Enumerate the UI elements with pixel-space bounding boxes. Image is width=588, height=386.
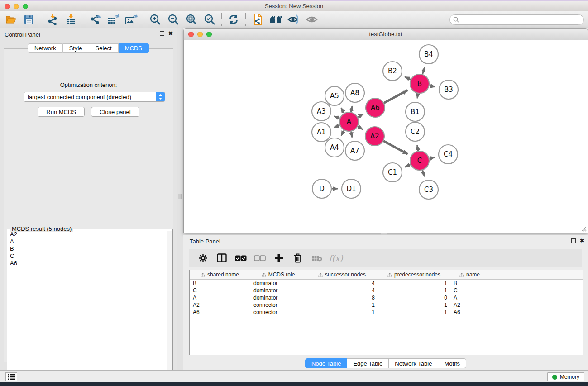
node-a1[interactable]: A1 bbox=[312, 123, 331, 142]
edge-a-to-a2[interactable] bbox=[358, 127, 363, 130]
edge-a-to-a8[interactable] bbox=[351, 106, 352, 112]
select-all-button[interactable] bbox=[234, 252, 247, 264]
node-a[interactable]: A bbox=[339, 112, 359, 131]
node-b2[interactable]: B2 bbox=[383, 62, 402, 81]
node-b3[interactable]: B3 bbox=[439, 80, 458, 99]
node-b1[interactable]: B1 bbox=[406, 102, 425, 121]
tab-style[interactable]: Style bbox=[63, 43, 89, 53]
tab-motifs[interactable]: Motifs bbox=[438, 358, 466, 368]
tab-network[interactable]: Network bbox=[28, 43, 63, 53]
refresh-button[interactable] bbox=[225, 12, 243, 27]
tab-network-table[interactable]: Network Table bbox=[389, 358, 438, 368]
edge-a6-to-b[interactable] bbox=[384, 90, 407, 103]
show-columns-button[interactable] bbox=[215, 252, 228, 264]
edge-b-to-b4[interactable] bbox=[422, 67, 425, 74]
tab-edge-table[interactable]: Edge Table bbox=[347, 358, 389, 368]
table-row[interactable]: Cdominator41C bbox=[190, 287, 583, 294]
houses-button[interactable] bbox=[267, 12, 285, 27]
table-row[interactable]: Adominator80A bbox=[190, 294, 583, 301]
search-input[interactable] bbox=[461, 17, 583, 23]
column-header-predecessor-nodes[interactable]: predecessor nodes bbox=[378, 270, 450, 279]
import-network-button[interactable] bbox=[44, 12, 62, 27]
node-a2[interactable]: A2 bbox=[365, 127, 384, 146]
edge-a-to-a5[interactable] bbox=[341, 108, 344, 113]
node-c4[interactable]: C4 bbox=[439, 145, 458, 164]
network-window-titlebar[interactable]: testGlobe.txt bbox=[183, 28, 588, 40]
save-session-button[interactable] bbox=[20, 12, 38, 27]
column-header-shared-name[interactable]: shared name bbox=[190, 270, 250, 279]
edge-a-to-a1[interactable] bbox=[334, 125, 339, 128]
mcds-result-list[interactable]: A2ABCA6 bbox=[8, 231, 167, 379]
close-table-panel-icon[interactable]: ✖ bbox=[580, 238, 584, 243]
edge-a-to-a6[interactable] bbox=[358, 114, 363, 117]
table-row[interactable]: Bdominator41B bbox=[190, 280, 583, 287]
column-header-name[interactable]: name bbox=[450, 270, 489, 279]
float-table-panel-icon[interactable] bbox=[571, 238, 576, 243]
edge-b-to-b2[interactable] bbox=[405, 77, 411, 80]
tab-mcds[interactable]: MCDS bbox=[119, 43, 149, 53]
zoom-fit-button[interactable] bbox=[182, 12, 201, 27]
node-c1[interactable]: C1 bbox=[383, 163, 402, 182]
network-canvas[interactable]: B4B2BB3A8A5A6A3B1AA1C2A2A4A7C4CC1DD1C3 bbox=[183, 40, 588, 233]
edge-b-to-b1[interactable] bbox=[417, 94, 418, 99]
run-mcds-button[interactable]: Run MCDS bbox=[38, 107, 85, 117]
node-b[interactable]: B bbox=[410, 74, 429, 93]
vertical-splitter[interactable] bbox=[177, 28, 183, 370]
add-column-button[interactable] bbox=[272, 252, 285, 264]
result-item-a2[interactable]: A2 bbox=[8, 231, 167, 238]
zoom-out-button[interactable] bbox=[164, 12, 182, 27]
node-a7[interactable]: A7 bbox=[345, 141, 364, 160]
edge-a-to-a7[interactable] bbox=[351, 132, 352, 138]
resize-grip-icon[interactable] bbox=[580, 225, 587, 232]
edge-c-to-c2[interactable] bbox=[417, 145, 418, 151]
result-item-a6[interactable]: A6 bbox=[8, 260, 167, 267]
task-history-button[interactable] bbox=[5, 372, 17, 381]
search-box[interactable] bbox=[449, 14, 584, 25]
show-eye-button[interactable] bbox=[303, 12, 321, 27]
node-d[interactable]: D bbox=[312, 179, 331, 198]
edge-b-to-b3[interactable] bbox=[430, 86, 435, 87]
edge-c-to-c4[interactable] bbox=[429, 157, 435, 159]
table-row[interactable]: A6connector11A6 bbox=[190, 309, 583, 316]
node-a8[interactable]: A8 bbox=[345, 83, 364, 102]
splitter-handle[interactable] bbox=[178, 194, 182, 199]
export-table-button[interactable] bbox=[104, 12, 122, 27]
table-row[interactable]: A2connector11A2 bbox=[190, 301, 583, 309]
node-a3[interactable]: A3 bbox=[312, 102, 331, 121]
open-file-button[interactable] bbox=[2, 12, 20, 27]
clone-network-button[interactable] bbox=[249, 12, 267, 27]
edge-c-to-c3[interactable] bbox=[423, 170, 425, 176]
node-a6[interactable]: A6 bbox=[366, 98, 385, 117]
node-a4[interactable]: A4 bbox=[325, 138, 344, 157]
node-c3[interactable]: C3 bbox=[419, 180, 438, 199]
zoom-in-button[interactable] bbox=[146, 12, 164, 27]
result-item-c[interactable]: C bbox=[8, 253, 167, 260]
column-header-mcds-role[interactable]: MCDS role bbox=[250, 270, 306, 279]
tab-select[interactable]: Select bbox=[89, 43, 119, 53]
export-image-button[interactable] bbox=[122, 12, 140, 27]
table-settings-button[interactable] bbox=[196, 252, 209, 264]
edge-a-to-a4[interactable] bbox=[341, 130, 344, 136]
edge-a2-to-c[interactable] bbox=[383, 141, 407, 154]
node-b4[interactable]: B4 bbox=[419, 45, 438, 64]
result-item-b[interactable]: B bbox=[8, 245, 167, 253]
close-panel-icon[interactable]: ✖ bbox=[168, 31, 173, 36]
node-c2[interactable]: C2 bbox=[406, 122, 425, 141]
export-network-button[interactable] bbox=[86, 12, 104, 27]
node-d1[interactable]: D1 bbox=[342, 179, 361, 198]
deselect-all-button[interactable] bbox=[253, 252, 266, 264]
tab-node-table[interactable]: Node Table bbox=[305, 358, 348, 368]
node-c[interactable]: C bbox=[410, 151, 429, 170]
result-scrollbar[interactable] bbox=[167, 231, 172, 379]
zoom-selected-button[interactable] bbox=[201, 12, 219, 27]
column-header-successor-nodes[interactable]: successor nodes bbox=[306, 270, 378, 279]
edge-a-to-a3[interactable] bbox=[334, 116, 339, 119]
hide-eye-button[interactable] bbox=[285, 12, 303, 27]
import-table-button[interactable] bbox=[62, 12, 80, 27]
memory-button[interactable]: Memory bbox=[547, 372, 584, 381]
close-panel-button[interactable]: Close panel bbox=[91, 107, 139, 117]
criterion-select[interactable]: largest connected component (directed) bbox=[24, 92, 165, 102]
node-a5[interactable]: A5 bbox=[325, 86, 344, 105]
float-panel-icon[interactable] bbox=[160, 31, 164, 36]
delete-column-button[interactable] bbox=[292, 252, 304, 264]
